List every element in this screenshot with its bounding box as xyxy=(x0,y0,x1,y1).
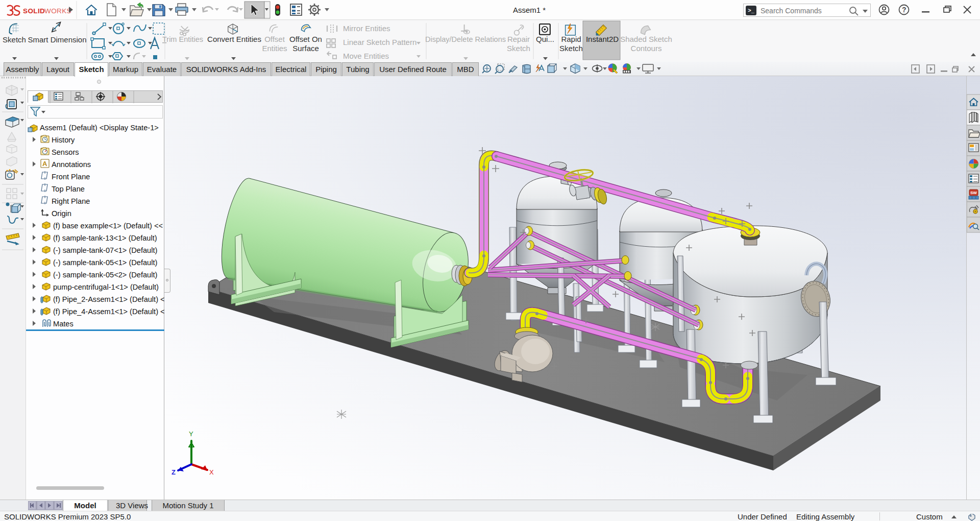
svg-text:Move Entities: Move Entities xyxy=(343,52,389,60)
svg-text:pump-centrifugal-1<1> (Default: pump-centrifugal-1<1> (Default) xyxy=(53,283,159,291)
svg-text:(-) sample-tank-07<1> (Default: (-) sample-tank-07<1> (Default) xyxy=(53,246,157,254)
svg-text:(-) sample-tank-05<2> (Default: (-) sample-tank-05<2> (Default) xyxy=(53,271,157,279)
svg-text:Display/Delete Relations: Display/Delete Relations xyxy=(425,35,506,43)
svg-text:Right Plane: Right Plane xyxy=(52,197,90,205)
svg-text:A: A xyxy=(42,160,47,168)
svg-text:Front Plane: Front Plane xyxy=(52,173,90,181)
svg-text:Origin: Origin xyxy=(52,209,71,218)
svg-text:X: X xyxy=(209,468,214,476)
svg-text:SW: SW xyxy=(970,191,977,195)
svg-text:Annotations: Annotations xyxy=(52,160,91,169)
svg-text:(f) base example<1> (Default): (f) base example<1> (Default) << xyxy=(53,222,163,230)
svg-text:Repair: Repair xyxy=(507,35,530,43)
svg-text:Convert Entities: Convert Entities xyxy=(207,35,261,43)
svg-text:Z: Z xyxy=(172,468,176,476)
svg-text:(f) sample-tank-13<1> (Default: (f) sample-tank-13<1> (Default) xyxy=(53,234,157,242)
svg-text:Offset On: Offset On xyxy=(289,35,322,43)
svg-text:Rapid: Rapid xyxy=(561,35,581,43)
svg-text:Y: Y xyxy=(189,430,193,438)
svg-text:Assem1 (Default) <Display Stat: Assem1 (Default) <Display State-1> xyxy=(40,124,159,132)
svg-text:Entities: Entities xyxy=(262,44,287,53)
svg-text:Sketch: Sketch xyxy=(3,35,26,44)
svg-text:Instant2D: Instant2D xyxy=(586,35,619,43)
svg-text:Smart Dimension: Smart Dimension xyxy=(28,35,86,44)
svg-text:(f) Pipe_4-Assem1<1> (Default): (f) Pipe_4-Assem1<1> (Default) < xyxy=(53,307,164,316)
svg-text:Mirror Entities: Mirror Entities xyxy=(343,24,390,33)
svg-text:SOLID: SOLID xyxy=(23,7,45,15)
svg-text:Sketch: Sketch xyxy=(507,44,530,53)
svg-text:(-) sample-tank-05<1> (Default: (-) sample-tank-05<1> (Default) xyxy=(53,258,157,267)
svg-text:Offset: Offset xyxy=(264,35,285,43)
svg-text:History: History xyxy=(52,136,75,144)
svg-text:Qui...: Qui... xyxy=(536,35,554,43)
svg-text:Sensors: Sensors xyxy=(52,148,79,156)
svg-text:Mates: Mates xyxy=(53,320,74,328)
svg-text:Top Plane: Top Plane xyxy=(52,185,85,193)
svg-text:?: ? xyxy=(902,6,906,14)
svg-text:Linear Sketch Pattern: Linear Sketch Pattern xyxy=(343,38,416,46)
svg-text:(f) Pipe_2-Assem1<1> (Default): (f) Pipe_2-Assem1<1> (Default) < xyxy=(53,295,164,303)
svg-text:WORKS: WORKS xyxy=(44,7,71,15)
svg-text:Trim Entities: Trim Entities xyxy=(162,35,203,43)
svg-text:Surface: Surface xyxy=(292,44,319,53)
svg-text:Contours: Contours xyxy=(631,44,662,53)
svg-text:Sketch: Sketch xyxy=(559,44,583,53)
svg-text:Shaded Sketch: Shaded Sketch xyxy=(620,35,672,43)
